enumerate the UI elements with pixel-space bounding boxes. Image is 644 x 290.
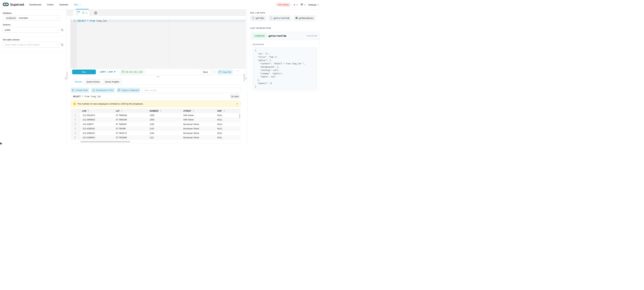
row-number: 6 [71, 136, 80, 140]
page-icon [270, 17, 272, 20]
sort-icon[interactable] [88, 110, 89, 112]
api-button-label: getDatabases [299, 17, 314, 19]
main-pane-scrollbar[interactable] [244, 74, 244, 82]
nav-sql[interactable]: SQL [74, 3, 80, 6]
cell-lon: -122.4289542 [80, 136, 114, 140]
save-button[interactable]: Save [200, 70, 210, 74]
pane-resize-handle[interactable] [157, 76, 160, 77]
nav-charts[interactable]: Charts [47, 3, 54, 6]
cell-unit: NULL [215, 122, 240, 126]
cell-street: Buchanan Street [181, 131, 215, 135]
chevron-down-icon [56, 43, 58, 45]
chevron-down-icon [79, 3, 81, 5]
nav-dashboards[interactable]: Dashboards [29, 3, 42, 6]
cell-lat: 37.7690928 [114, 113, 148, 118]
navbar: Superset Dashboards Charts Datasets SQL … [0, 0, 322, 9]
refresh-schemas-icon[interactable] [61, 28, 64, 31]
sort-icon[interactable] [160, 110, 162, 112]
more-actions-button[interactable]: ··· [236, 69, 240, 72]
collapse-right-panel-button[interactable]: › [245, 76, 247, 80]
column-header-unit[interactable]: UNIT [215, 109, 240, 113]
active-nav-indicator [76, 9, 89, 9]
chart-icon [72, 89, 74, 92]
copy-link-label: Copy link [222, 71, 231, 73]
row-number: 3 [71, 122, 80, 126]
add-tab-button[interactable] [92, 10, 100, 16]
close-tab-icon[interactable]: ✕ [86, 12, 88, 14]
cell-street: Buchanan Street [181, 122, 215, 126]
sort-icon[interactable] [193, 110, 194, 112]
cell-street: 04th Street [181, 113, 215, 118]
cell-number: 1142 [148, 127, 181, 131]
sql-text: * [86, 19, 90, 22]
create-chart-button[interactable]: Create chart [70, 88, 89, 93]
new-item-button[interactable]: + [294, 3, 298, 6]
tab-query-insights[interactable]: Query Insights [102, 79, 122, 85]
theme-switcher-button[interactable] [300, 3, 305, 6]
row-number: 5 [71, 131, 80, 135]
database-label: Database [3, 12, 12, 14]
query-timer: 00:00:00.189 [119, 69, 145, 74]
tab-results[interactable]: Results [73, 79, 84, 85]
close-alert-icon[interactable]: ✕ [236, 103, 238, 105]
column-label: STREET [183, 110, 191, 112]
cell-lon: -122.4285247 [80, 131, 114, 135]
editor-tab-title: Tab 1 [76, 10, 81, 15]
chevron-down-icon [304, 4, 306, 5]
table-horizontal-scrollbar[interactable] [80, 141, 130, 142]
limit-dropdown[interactable]: LIMIT: 1 000 [100, 68, 116, 75]
run-button[interactable]: Run [72, 69, 96, 74]
column-header-lon[interactable]: LON [80, 109, 114, 113]
cell-number: 1140 [148, 131, 181, 135]
sort-icon[interactable] [224, 110, 225, 112]
copy-clipboard-button[interactable]: Copy to Clipboard [116, 88, 140, 93]
cell-lat: 37.7803172 [114, 131, 148, 135]
cell-lat: 37.7694259 [114, 118, 148, 122]
tabs-page-icon [252, 17, 254, 20]
cell-lon: -122.428577 [80, 122, 114, 126]
editor-tab-1[interactable]: Tab 1 ✕ [73, 10, 90, 16]
table-select[interactable]: Select table or type to search tables [3, 42, 60, 47]
table-header-row: LON LAT NUMBER STREET UNIT [71, 109, 240, 113]
chevron-down-icon [296, 4, 298, 5]
download-csv-button[interactable]: Download to CSV [91, 88, 115, 93]
response-json-box: { "id": "1", "title": "Tab 1", "editor":… [252, 47, 317, 90]
copy-link-button[interactable]: Copy link [217, 69, 233, 74]
column-header-lat[interactable]: LAT [114, 109, 148, 113]
column-label: NUMBER [150, 110, 158, 112]
main-menu: Dashboards Charts Datasets SQL [29, 0, 80, 9]
link-icon [219, 70, 221, 73]
brand-name: Superset [10, 3, 24, 6]
settings-menu[interactable]: Settings [308, 3, 319, 6]
sort-icon[interactable] [121, 110, 122, 112]
get-tabs-button[interactable]: getTabs [250, 15, 266, 21]
cell-unit: NULL [215, 127, 240, 131]
column-label: LON [82, 110, 86, 112]
sql-code-line[interactable]: SELECT * from long_lat [78, 19, 107, 22]
nav-datasets[interactable]: Datasets [59, 3, 68, 6]
table-vertical-scrollbar[interactable] [239, 113, 240, 118]
divider [0, 52, 66, 52]
database-value: examples [19, 17, 28, 19]
save-split-button[interactable]: Save [200, 69, 216, 74]
column-header-street[interactable]: STREET [181, 109, 215, 113]
save-options-button[interactable] [210, 70, 215, 74]
schema-value: public [5, 29, 10, 31]
get-databases-button[interactable]: getDatabases [293, 15, 316, 21]
collapse-sidebar-button[interactable]: ‹ [64, 76, 67, 80]
editor-print-margin [169, 16, 169, 68]
column-header-number[interactable]: NUMBER [148, 109, 181, 113]
database-select[interactable]: postgresql examples [3, 15, 60, 21]
schema-select[interactable]: public [3, 27, 60, 33]
sql-keyword: from [90, 19, 95, 22]
get-current-tab-button[interactable]: getCurrentTab [268, 15, 292, 21]
cell-street: Buchanan Street [181, 127, 215, 131]
drag-handle-icon[interactable] [75, 12, 75, 14]
plus-icon: + [294, 3, 296, 6]
superset-logo[interactable]: Superset [3, 2, 24, 7]
response-json: { "id": "1", "title": "Tab 1", "editor":… [255, 49, 315, 88]
refresh-tables-icon[interactable] [61, 43, 64, 46]
cell-unit: NULL [215, 136, 240, 140]
tab-query-history[interactable]: Query history [85, 79, 102, 85]
filter-results-input[interactable] [142, 88, 241, 93]
